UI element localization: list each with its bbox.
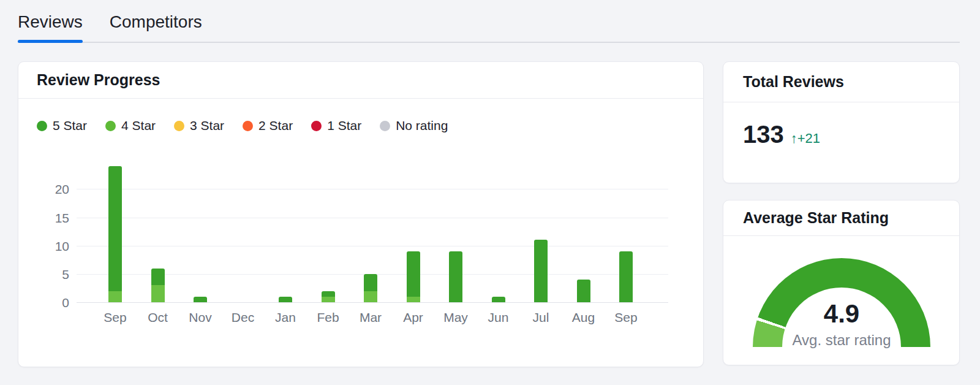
active-tab-underline [18,40,83,43]
bar-nov-2[interactable] [194,297,207,302]
legend-dot-icon [174,121,184,131]
review-progress-header: Review Progress [18,62,703,99]
tab-reviews[interactable]: Reviews [18,0,83,42]
bar-segment-5-star [279,297,292,302]
legend-item-5-star[interactable]: 5 Star [37,118,87,133]
bar-segment-5-star [322,291,335,297]
average-star-rating-card: Average Star Rating 4.9 Avg. star rating [723,200,960,365]
bar-segment-5-star [577,280,590,302]
bar-segment-5-star [449,251,462,302]
bar-jan-4[interactable] [279,297,292,302]
delta-value: +21 [797,131,820,146]
x-axis-label-jul-10: Jul [519,310,562,325]
legend-label: 2 Star [258,118,293,133]
legend-dot-icon [380,121,390,131]
tab-reviews-label: Reviews [18,12,83,31]
avg-rating-value: 4.9 [782,301,901,327]
x-axis-label-may-8: May [434,310,477,325]
bar-sep-12[interactable] [619,251,633,302]
x-axis-label-sep-0: Sep [94,310,137,325]
legend-item-4-star[interactable]: 4 Star [105,118,156,133]
bar-segment-4-star [407,297,420,302]
bar-mar-6[interactable] [364,274,377,302]
total-reviews-row: 133 ↑+21 [743,122,820,147]
gridline-0 [77,302,668,303]
bar-sep-0[interactable] [108,166,122,302]
x-axis-label-jan-4: Jan [264,310,307,325]
x-axis-label-jun-9: Jun [477,310,520,325]
star-rating-gauge: 4.9 Avg. star rating [753,258,930,347]
tab-bar: Reviews Competitors [18,0,960,43]
bar-jun-9[interactable] [492,297,505,302]
bar-apr-7[interactable] [407,251,420,302]
legend-label: 5 Star [53,118,87,133]
x-axis-label-nov-2: Nov [179,310,222,325]
y-axis-tick-5: 5 [39,267,69,282]
bar-segment-5-star [194,297,207,302]
bar-segment-5-star [108,166,122,291]
legend-label: 1 Star [327,118,361,133]
legend-label: No rating [396,118,448,133]
total-reviews-delta: ↑+21 [791,131,820,147]
arrow-up-icon: ↑ [791,131,797,146]
x-axis-label-dec-3: Dec [222,310,265,325]
bar-segment-4-star [364,291,377,302]
bar-segment-5-star [407,251,420,297]
bar-segment-4-star [151,285,165,302]
chart-legend: 5 Star4 Star3 Star2 Star1 StarNo rating [37,118,448,133]
bar-segment-5-star [619,251,633,302]
x-axis-label-apr-7: Apr [392,310,435,325]
total-reviews-title: Total Reviews [743,73,844,91]
bar-segment-5-star [364,274,377,291]
bar-segment-5-star [492,297,505,302]
average-star-rating-title: Average Star Rating [743,209,889,227]
legend-label: 3 Star [190,118,224,133]
legend-dot-icon [311,121,322,131]
tab-competitors-label: Competitors [110,12,202,31]
legend-dot-icon [37,121,47,131]
legend-label: 4 Star [121,118,156,133]
gridline-20 [77,189,668,189]
gridline-10 [77,246,668,246]
bar-jul-10[interactable] [534,240,548,302]
y-axis-tick-10: 10 [39,239,69,254]
review-progress-card: Review Progress 5 Star4 Star3 Star2 Star… [18,61,704,367]
bar-segment-4-star [322,297,335,302]
x-axis-label-mar-6: Mar [349,310,392,325]
bar-segment-4-star [108,291,122,302]
x-axis-label-oct-1: Oct [137,310,179,325]
y-axis-tick-0: 0 [39,295,69,310]
y-axis-tick-20: 20 [39,182,69,197]
bar-segment-5-star [151,269,165,286]
bar-segment-5-star [534,240,548,302]
x-axis-label-aug-11: Aug [562,310,605,325]
legend-dot-icon [105,121,116,131]
legend-item-2-star[interactable]: 2 Star [243,118,293,133]
legend-dot-icon [243,121,253,131]
total-reviews-card: Total Reviews 133 ↑+21 [723,61,960,183]
x-axis-label-feb-5: Feb [307,310,350,325]
avg-rating-caption: Avg. star rating [782,332,901,349]
bar-may-8[interactable] [449,251,462,302]
y-axis-tick-15: 15 [39,211,69,226]
average-star-rating-header: Average Star Rating [723,200,959,236]
total-reviews-header: Total Reviews [723,62,959,102]
gridline-15 [77,218,668,218]
review-progress-title: Review Progress [37,71,160,89]
bar-aug-11[interactable] [577,280,590,302]
bar-oct-1[interactable] [151,269,165,302]
legend-item-1-star[interactable]: 1 Star [311,118,361,133]
legend-item-no-rating[interactable]: No rating [380,118,448,133]
tab-competitors[interactable]: Competitors [110,0,202,42]
legend-item-3-star[interactable]: 3 Star [174,118,224,133]
x-axis-label-sep-12: Sep [605,310,647,325]
total-reviews-value: 133 [743,122,784,147]
review-progress-chart: 05101520SepOctNovDecJanFebMarAprMayJunJu… [77,156,668,303]
bar-feb-5[interactable] [322,291,335,302]
